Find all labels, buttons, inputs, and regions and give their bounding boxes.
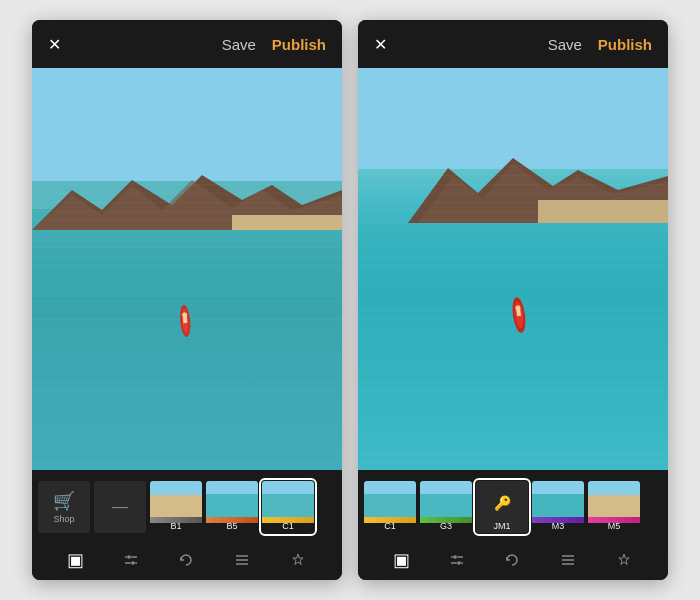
right-panel: ✕ Save Publish [358, 20, 668, 580]
toolbar-frame-icon-left[interactable]: ▣ [67, 549, 84, 571]
bottom-toolbar-left: ▣ [32, 540, 342, 580]
filter-none-left[interactable]: — [94, 481, 146, 533]
filter-jm1-inner: 🔑 [476, 481, 528, 525]
filter-b1-label: B1 [150, 521, 202, 531]
filter-g3-label-right: G3 [420, 521, 472, 531]
filter-jm1-label-right: JM1 [476, 521, 528, 531]
filter-thumbnails-left: 🛒 Shop — B1 B5 C1 [32, 470, 342, 540]
filter-g3-thumb-right [420, 481, 472, 517]
svg-rect-6 [183, 317, 188, 323]
water-texture-left [32, 68, 342, 470]
filter-c1-left[interactable]: C1 [262, 481, 314, 533]
filter-jm1-right[interactable]: 🔑 JM1 [476, 481, 528, 533]
publish-label-left[interactable]: Publish [272, 36, 326, 53]
filter-b5-label: B5 [206, 521, 258, 531]
filter-m3-label-right: M3 [532, 521, 584, 531]
filter-c1-label: C1 [262, 521, 314, 531]
filter-b5-left[interactable]: B5 [206, 481, 258, 533]
toolbar-frame-icon-right[interactable]: ▣ [393, 549, 410, 571]
toolbar-revert-icon-right[interactable] [503, 551, 521, 569]
top-bar-right-left-section: ✕ [374, 35, 387, 54]
toolbar-adjust-icon-right[interactable] [448, 551, 466, 569]
save-label-right[interactable]: Save [548, 36, 582, 53]
filter-c1-thumb-right [364, 481, 416, 517]
filter-g3-right[interactable]: G3 [420, 481, 472, 533]
filters-bar-right: C1 G3 🔑 JM1 M3 [358, 470, 668, 580]
filter-b1-left[interactable]: B1 [150, 481, 202, 533]
filter-m5-label-right: M5 [588, 521, 640, 531]
shop-label-left: Shop [53, 514, 74, 524]
image-area-left [32, 68, 342, 470]
top-bar-left-section: ✕ [48, 35, 61, 54]
toolbar-revert-icon-left[interactable] [177, 551, 195, 569]
filter-b1-thumb [150, 481, 202, 517]
filter-c1-thumb [262, 481, 314, 517]
water-texture-right [358, 68, 668, 470]
shop-icon-left: 🛒 [53, 490, 75, 512]
close-button-right[interactable]: ✕ [374, 35, 387, 54]
close-button-left[interactable]: ✕ [48, 35, 61, 54]
top-bar-left: ✕ Save Publish [32, 20, 342, 68]
scene-right [358, 68, 668, 470]
filter-m3-right[interactable]: M3 [532, 481, 584, 533]
toolbar-adjust-icon-left[interactable] [122, 551, 140, 569]
toolbar-menu-icon-left[interactable] [233, 551, 251, 569]
svg-point-23 [453, 555, 457, 559]
filter-m3-thumb-right [532, 481, 584, 517]
top-bar-right: ✕ Save Publish [358, 20, 668, 68]
filter-b5-thumb [206, 481, 258, 517]
filter-c1-right[interactable]: C1 [364, 481, 416, 533]
filter-none-icon-left: — [112, 498, 128, 516]
shop-button-left[interactable]: 🛒 Shop [38, 481, 90, 533]
filter-m5-thumb-right [588, 481, 640, 517]
filter-m5-right[interactable]: M5 [588, 481, 640, 533]
toolbar-menu-icon-right[interactable] [559, 551, 577, 569]
top-bar-right-section-left: Save Publish [222, 36, 326, 53]
toolbar-star-icon-left[interactable] [289, 551, 307, 569]
filter-thumbnails-right: C1 G3 🔑 JM1 M3 [358, 470, 668, 540]
bottom-toolbar-right: ▣ [358, 540, 668, 580]
svg-point-9 [127, 555, 131, 559]
save-label-left[interactable]: Save [222, 36, 256, 53]
toolbar-star-icon-right[interactable] [615, 551, 633, 569]
svg-point-10 [131, 561, 135, 565]
image-area-right [358, 68, 668, 470]
top-bar-right-right-section: Save Publish [548, 36, 652, 53]
filter-c1-label-right: C1 [364, 521, 416, 531]
key-icon-right: 🔑 [494, 495, 511, 511]
filters-bar-left: 🛒 Shop — B1 B5 C1 [32, 470, 342, 580]
kayak-left [174, 301, 195, 342]
left-panel: ✕ Save Publish [32, 20, 342, 580]
publish-label-right[interactable]: Publish [598, 36, 652, 53]
svg-point-24 [457, 561, 461, 565]
scene-left [32, 68, 342, 470]
